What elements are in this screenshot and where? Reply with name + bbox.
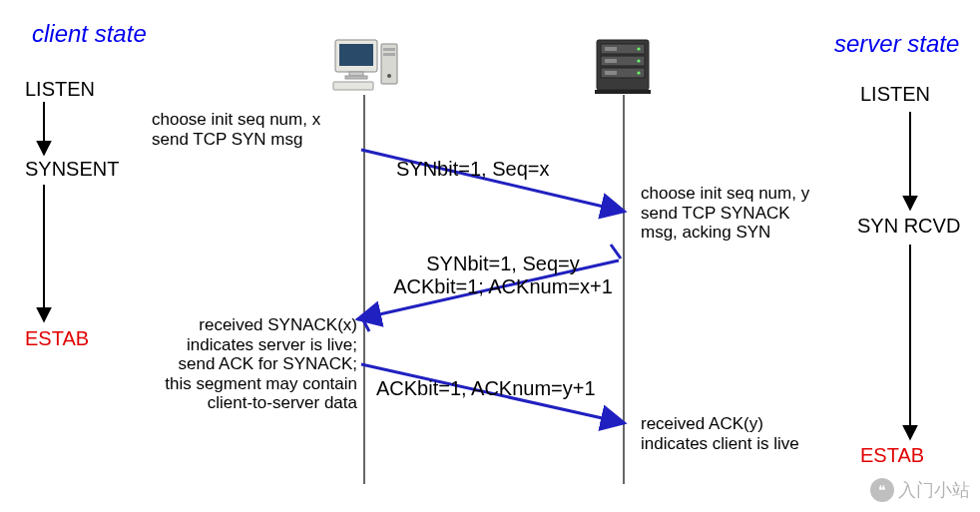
client-computer-icon <box>333 40 397 90</box>
server-state-listen: LISTEN <box>860 83 930 106</box>
svg-rect-17 <box>383 53 395 56</box>
server-icon <box>595 40 651 94</box>
svg-point-24 <box>637 47 640 50</box>
text-line: indicates server is live; <box>187 335 357 354</box>
server-state-synrcvd: SYN RCVD <box>857 215 960 238</box>
svg-point-25 <box>637 59 640 62</box>
text-line: ACKbit=1; ACKnum=x+1 <box>393 275 613 297</box>
svg-point-26 <box>637 71 640 74</box>
text-line: send ACK for SYNACK; <box>178 354 357 373</box>
client-state-listen: LISTEN <box>25 78 95 101</box>
svg-rect-28 <box>605 59 617 63</box>
svg-rect-27 <box>605 47 617 51</box>
svg-line-9 <box>362 318 369 331</box>
text-line: choose init seq num, y <box>641 184 809 203</box>
svg-rect-13 <box>349 72 363 76</box>
server-note-recv-ack: received ACK(y) indicates client is live <box>641 414 799 453</box>
msg-synack: SYNbit=1, Seq=y ACKbit=1; ACKnum=x+1 <box>393 253 613 298</box>
text-line: received ACK(y) <box>641 414 763 433</box>
server-state-estab: ESTAB <box>860 444 924 467</box>
watermark-text: 入门小站 <box>898 478 970 502</box>
client-note-send-syn: choose init seq num, x send TCP SYN msg <box>152 110 320 149</box>
text-line: send TCP SYNACK <box>641 204 790 223</box>
client-state-synsent: SYNSENT <box>25 158 119 181</box>
msg-syn: SYNbit=1, Seq=x <box>396 158 549 181</box>
text-line: msg, acking SYN <box>641 223 770 242</box>
text-line: this segment may contain <box>165 374 357 393</box>
svg-rect-16 <box>383 48 395 51</box>
text-line: indicates client is live <box>641 434 799 453</box>
svg-rect-30 <box>595 90 651 94</box>
text-line: choose init seq num, x <box>152 110 320 129</box>
server-state-title: server state <box>834 30 959 58</box>
client-state-estab: ESTAB <box>25 327 89 350</box>
text-line: client-to-server data <box>208 393 357 412</box>
svg-rect-19 <box>333 82 373 90</box>
client-state-title: client state <box>32 20 147 48</box>
watermark: ❝ 入门小站 <box>870 478 970 502</box>
wechat-icon: ❝ <box>870 478 894 502</box>
svg-rect-12 <box>339 44 373 66</box>
msg-ack: ACKbit=1, ACKnum=y+1 <box>376 377 596 400</box>
svg-point-18 <box>387 74 391 78</box>
text-line: send TCP SYN msg <box>152 130 303 149</box>
client-note-recv-synack: received SYNACK(x) indicates server is l… <box>130 315 357 413</box>
svg-rect-14 <box>345 76 367 79</box>
svg-rect-29 <box>605 71 617 75</box>
text-line: received SYNACK(x) <box>199 315 357 334</box>
text-line: SYNbit=1, Seq=y <box>426 253 579 274</box>
server-note-send-synack: choose init seq num, y send TCP SYNACK m… <box>641 184 809 243</box>
